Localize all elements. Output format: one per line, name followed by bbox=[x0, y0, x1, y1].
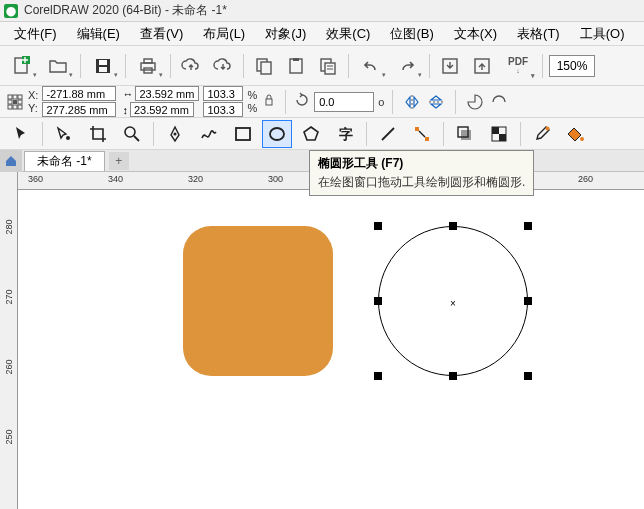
selection-handle[interactable] bbox=[524, 222, 532, 230]
rounded-rectangle-shape[interactable] bbox=[183, 226, 333, 376]
freehand-tool[interactable] bbox=[194, 120, 224, 148]
svg-point-31 bbox=[174, 132, 177, 135]
document-tabstrip: 未命名 -1* + 椭圆形工具 (F7) 在绘图窗口拖动工具绘制圆形和椭圆形. bbox=[0, 150, 644, 172]
pick-tool[interactable] bbox=[6, 120, 36, 148]
ruler-tick: 260 bbox=[4, 358, 14, 376]
rectangle-tool[interactable] bbox=[228, 120, 258, 148]
menu-edit[interactable]: 编辑(E) bbox=[67, 23, 130, 45]
selection-handle[interactable] bbox=[524, 297, 532, 305]
svg-point-28 bbox=[66, 136, 70, 140]
ruler-tick: 260 bbox=[578, 174, 593, 184]
menu-file[interactable]: 文件(F) bbox=[4, 23, 67, 45]
pie-button[interactable] bbox=[464, 91, 486, 113]
position-icon bbox=[6, 88, 24, 116]
x-input[interactable]: -271.88 mm bbox=[42, 86, 116, 101]
dropshadow-tool[interactable] bbox=[450, 120, 480, 148]
app-title: CorelDRAW 2020 (64-Bit) - 未命名 -1* bbox=[24, 2, 227, 19]
selection-handle[interactable] bbox=[374, 222, 382, 230]
height-input[interactable]: 23.592 mm bbox=[130, 102, 194, 117]
separator bbox=[520, 122, 521, 146]
cloud-up-button[interactable] bbox=[177, 52, 205, 80]
ruler-tick: 320 bbox=[188, 174, 203, 184]
selection-handle[interactable] bbox=[374, 372, 382, 380]
svg-line-30 bbox=[134, 136, 139, 141]
menu-object[interactable]: 对象(J) bbox=[255, 23, 316, 45]
menu-view[interactable]: 查看(V) bbox=[130, 23, 193, 45]
polygon-tool[interactable] bbox=[296, 120, 326, 148]
svg-point-33 bbox=[270, 128, 284, 140]
menu-effect[interactable]: 效果(C) bbox=[316, 23, 380, 45]
menu-table[interactable]: 表格(T) bbox=[507, 23, 570, 45]
vertical-ruler[interactable]: 280 270 260 250 bbox=[0, 172, 18, 509]
property-bar: X: Y: -271.88 mm 277.285 mm ↔23.592 mm ↕… bbox=[0, 86, 644, 118]
standard-toolbar: PDF↓ 150% bbox=[0, 46, 644, 86]
svg-rect-32 bbox=[236, 128, 250, 140]
redo-button[interactable] bbox=[391, 52, 423, 80]
shape-tool[interactable] bbox=[49, 120, 79, 148]
svg-rect-9 bbox=[261, 62, 271, 74]
fill-tool[interactable] bbox=[561, 120, 591, 148]
export-button[interactable] bbox=[468, 52, 496, 80]
crop-tool[interactable] bbox=[83, 120, 113, 148]
line-tool[interactable] bbox=[373, 120, 403, 148]
pen-tool[interactable] bbox=[160, 120, 190, 148]
paste-button[interactable] bbox=[282, 52, 310, 80]
y-input[interactable]: 277.285 mm bbox=[42, 102, 116, 117]
rotation-input[interactable]: 0.0 bbox=[314, 92, 374, 112]
add-tab-button[interactable]: + bbox=[109, 152, 129, 170]
svg-rect-21 bbox=[18, 100, 22, 104]
rotate-icon bbox=[294, 92, 310, 111]
scale-y-input[interactable]: 103.3 bbox=[203, 102, 243, 117]
separator bbox=[348, 54, 349, 78]
svg-text:字: 字 bbox=[339, 126, 353, 142]
separator bbox=[366, 122, 367, 146]
cloud-down-button[interactable] bbox=[209, 52, 237, 80]
publish-pdf-button[interactable]: PDF↓ bbox=[500, 52, 536, 80]
print-button[interactable] bbox=[132, 52, 164, 80]
save-button[interactable] bbox=[87, 52, 119, 80]
menu-layout[interactable]: 布局(L) bbox=[193, 23, 255, 45]
zoom-level-input[interactable]: 150% bbox=[549, 55, 595, 77]
eyedropper-tool[interactable] bbox=[527, 120, 557, 148]
separator bbox=[392, 90, 393, 114]
ruler-tick: 270 bbox=[4, 288, 14, 306]
mirror-v-button[interactable] bbox=[425, 91, 447, 113]
menu-text[interactable]: 文本(X) bbox=[444, 23, 507, 45]
copy-button[interactable] bbox=[250, 52, 278, 80]
lock-ratio-button[interactable] bbox=[261, 88, 277, 116]
svg-point-44 bbox=[546, 126, 550, 130]
scale-x-input[interactable]: 103.3 bbox=[203, 86, 243, 101]
separator bbox=[80, 54, 81, 78]
svg-rect-22 bbox=[8, 105, 12, 109]
workspace: 280 270 260 250 360 340 320 300 260 × bbox=[0, 172, 644, 509]
new-button[interactable] bbox=[6, 52, 38, 80]
clipboard-button[interactable] bbox=[314, 52, 342, 80]
arc-button[interactable] bbox=[488, 91, 510, 113]
menu-tool[interactable]: 工具(O) bbox=[570, 23, 635, 45]
selection-handle[interactable] bbox=[449, 372, 457, 380]
connector-tool[interactable] bbox=[407, 120, 437, 148]
mirror-h-button[interactable] bbox=[401, 91, 423, 113]
undo-button[interactable] bbox=[355, 52, 387, 80]
app-logo-icon: ⬤ bbox=[4, 4, 18, 18]
selection-handle[interactable] bbox=[449, 222, 457, 230]
svg-rect-10 bbox=[290, 59, 302, 73]
drawing-canvas[interactable]: × bbox=[18, 190, 644, 509]
welcome-tab[interactable] bbox=[0, 150, 22, 172]
import-button[interactable] bbox=[436, 52, 464, 80]
ruler-tick: 250 bbox=[4, 428, 14, 446]
selection-handle[interactable] bbox=[374, 297, 382, 305]
separator bbox=[125, 54, 126, 78]
ruler-tick: 280 bbox=[4, 218, 14, 236]
zoom-tool[interactable] bbox=[117, 120, 147, 148]
menu-bitmap[interactable]: 位图(B) bbox=[380, 23, 443, 45]
ellipse-tool[interactable] bbox=[262, 120, 292, 148]
tooltip-body: 在绘图窗口拖动工具绘制圆形和椭圆形. bbox=[318, 174, 525, 191]
width-input[interactable]: 23.592 mm bbox=[135, 86, 199, 101]
open-button[interactable] bbox=[42, 52, 74, 80]
transparency-tool[interactable] bbox=[484, 120, 514, 148]
svg-rect-16 bbox=[8, 95, 12, 99]
text-tool[interactable]: 字 bbox=[330, 120, 360, 148]
selection-handle[interactable] bbox=[524, 372, 532, 380]
document-tab[interactable]: 未命名 -1* bbox=[24, 151, 105, 171]
